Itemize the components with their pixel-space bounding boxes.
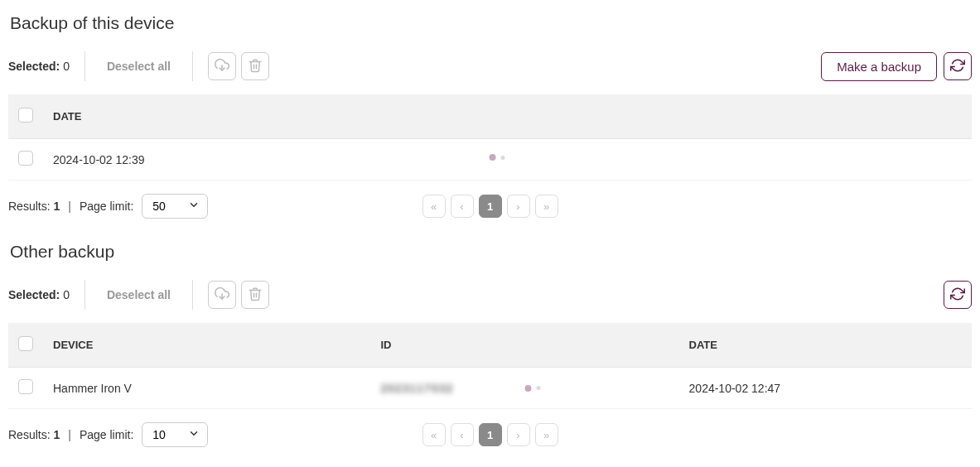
results-label: Results:	[8, 428, 51, 441]
delete-button[interactable]	[241, 52, 269, 80]
make-backup-button[interactable]: Make a backup	[821, 52, 937, 81]
refresh-button[interactable]	[944, 52, 972, 80]
divider	[84, 51, 85, 81]
restore-button[interactable]	[208, 52, 236, 80]
device-backup-section: Backup of this device Selected: 0 Desele…	[8, 13, 972, 222]
divider	[192, 51, 193, 81]
row-device: Hammer Iron V	[45, 368, 372, 409]
trash-icon	[248, 58, 263, 75]
page-next-button[interactable]: ›	[507, 423, 530, 446]
other-backup-toolbar: Selected: 0 Deselect all	[8, 275, 972, 315]
device-backup-footer: Results: 1 | Page limit: 50 « ‹ 1 ›	[8, 181, 972, 222]
refresh-icon	[950, 286, 965, 304]
select-all-checkbox[interactable]	[18, 336, 33, 351]
col-date: DATE	[681, 323, 972, 368]
deselect-all-button[interactable]: Deselect all	[100, 60, 177, 73]
page-limit-select[interactable]: 10	[142, 422, 208, 447]
page-next-button[interactable]: ›	[507, 195, 530, 218]
page-last-button[interactable]: »	[535, 195, 558, 218]
refresh-button[interactable]	[944, 281, 972, 309]
col-date: DATE	[45, 94, 972, 139]
pagination: « ‹ 1 › »	[422, 195, 558, 218]
page-last-button[interactable]: »	[535, 423, 558, 446]
select-all-checkbox[interactable]	[18, 108, 33, 123]
results-count: 1	[53, 428, 60, 441]
divider	[192, 280, 193, 310]
results-label: Results:	[8, 200, 51, 213]
page-number-button[interactable]: 1	[479, 195, 502, 218]
cloud-download-icon	[215, 58, 229, 75]
device-backup-toolbar: Selected: 0 Deselect all Make a backu	[8, 46, 972, 86]
page-first-button[interactable]: «	[422, 423, 446, 446]
other-backup-section: Other backup Selected: 0 Deselect all	[8, 242, 972, 450]
other-backup-table: DEVICE ID DATE Hammer Iron V 2023117032 …	[8, 323, 972, 409]
page-limit-label: Page limit:	[80, 428, 133, 441]
col-id: ID	[372, 323, 680, 368]
page-limit-select[interactable]: 50	[142, 194, 208, 219]
device-backup-table: DATE 2024-10-02 12:39	[8, 94, 972, 181]
selected-count: Selected: 0	[8, 60, 70, 73]
device-backup-title: Backup of this device	[10, 13, 972, 33]
divider	[84, 280, 85, 310]
page-number-button[interactable]: 1	[479, 423, 502, 446]
pagination: « ‹ 1 › »	[422, 423, 558, 446]
loading-spinner-icon	[525, 385, 541, 392]
table-row: Hammer Iron V 2023117032 2024-10-02 12:4…	[8, 368, 972, 409]
other-backup-title: Other backup	[10, 242, 972, 262]
row-date: 2024-10-02 12:47	[681, 368, 972, 409]
row-id: 2023117032	[380, 382, 453, 395]
selected-count: Selected: 0	[8, 288, 70, 301]
other-backup-footer: Results: 1 | Page limit: 10 « ‹ 1 ›	[8, 409, 972, 450]
refresh-icon	[950, 58, 965, 75]
restore-button[interactable]	[208, 281, 236, 309]
results-count: 1	[53, 200, 60, 213]
page-first-button[interactable]: «	[422, 195, 446, 218]
delete-button[interactable]	[241, 281, 269, 309]
row-checkbox[interactable]	[18, 151, 33, 166]
col-device: DEVICE	[45, 323, 372, 368]
row-checkbox[interactable]	[18, 379, 33, 394]
loading-spinner-icon	[489, 154, 504, 161]
page-prev-button[interactable]: ‹	[451, 423, 474, 446]
trash-icon	[248, 286, 263, 304]
cloud-download-icon	[215, 286, 229, 304]
page-limit-label: Page limit:	[80, 200, 133, 213]
page-prev-button[interactable]: ‹	[451, 195, 474, 218]
row-date: 2024-10-02 12:39	[45, 139, 972, 181]
deselect-all-button[interactable]: Deselect all	[100, 288, 177, 301]
